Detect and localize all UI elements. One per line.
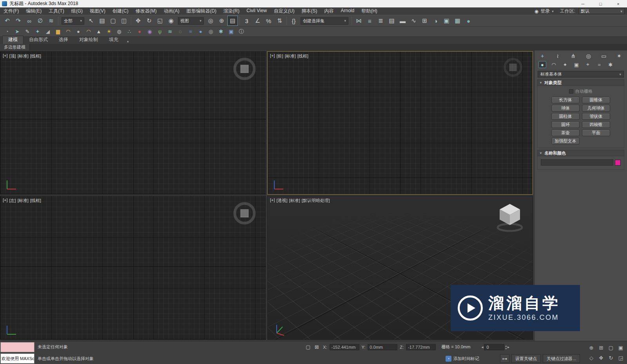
set-keys-icon-button[interactable]: ⊶ bbox=[500, 354, 509, 363]
viewport-pov-menu[interactable]: [透视] bbox=[277, 198, 288, 204]
shapes-category-icon[interactable]: ◠ bbox=[550, 61, 558, 68]
angle-snap-icon[interactable]: ∠ bbox=[252, 16, 263, 26]
viewport-style-menu[interactable]: [标准] bbox=[285, 53, 296, 59]
align-icon[interactable]: ≡ bbox=[364, 16, 375, 26]
viewport-shading-menu[interactable]: [线框] bbox=[297, 53, 308, 59]
zoom-all-icon[interactable]: ⊞ bbox=[596, 343, 606, 353]
primitive-category-dropdown[interactable]: 标准基本体 ▾ bbox=[538, 71, 624, 77]
cylinder-button[interactable]: 圆柱体 bbox=[551, 113, 580, 120]
ribbon-tab-object-paint[interactable]: 对象绘制 bbox=[74, 36, 103, 44]
viewport-general-menu[interactable]: [+] bbox=[3, 53, 8, 59]
utilities-tab-icon[interactable]: ✶ bbox=[615, 52, 623, 59]
viewport-shading-menu[interactable]: [线框] bbox=[30, 53, 41, 59]
menu-item-group[interactable]: 组(G) bbox=[68, 8, 86, 14]
maxscript-mini-listener[interactable] bbox=[0, 342, 34, 352]
object-name-input[interactable] bbox=[541, 159, 613, 166]
menu-item-modifiers[interactable]: 修改器(M) bbox=[132, 8, 160, 14]
sign-in-button[interactable]: ◉ 登录 ▾ bbox=[531, 8, 557, 14]
select-and-scale-icon[interactable]: ◱ bbox=[155, 16, 165, 26]
key-filters-button[interactable]: 关键点过滤器... bbox=[543, 354, 580, 363]
blue-sphere-icon[interactable]: ● bbox=[196, 27, 205, 36]
frame-number-field[interactable]: 0 bbox=[484, 344, 504, 350]
spacewarps-category-icon[interactable]: ≈ bbox=[595, 61, 603, 68]
z-coordinate-field[interactable]: -17.772mm bbox=[406, 344, 436, 350]
name-color-rollout-header[interactable]: ▼ 名称和颜色 bbox=[537, 150, 624, 156]
viewport-style-menu[interactable]: [标准] bbox=[18, 198, 29, 204]
modify-tab-icon[interactable]: ≀ bbox=[554, 52, 562, 59]
viewport-pov-menu[interactable]: [左] bbox=[9, 198, 16, 204]
sphere-tool-icon[interactable]: ● bbox=[74, 27, 83, 36]
geosphere-button[interactable]: 几何球体 bbox=[582, 105, 610, 112]
schematic-view-icon[interactable]: ⊞ bbox=[419, 16, 430, 26]
ring-tool-icon[interactable]: ◎ bbox=[206, 27, 216, 36]
ribbon-minimize-icon[interactable]: ▴ bbox=[124, 39, 132, 44]
menu-item-edit[interactable]: 编辑(E) bbox=[22, 8, 45, 14]
add-time-tag-button[interactable]: ◔ 添加时间标记 bbox=[446, 356, 479, 362]
star-tool-icon[interactable]: ✦ bbox=[33, 27, 42, 36]
viewport-shading-menu[interactable]: [线框] bbox=[30, 198, 41, 204]
x-coordinate-field[interactable]: -152.441mm bbox=[330, 344, 359, 350]
next-frame-icon[interactable]: ▸ bbox=[507, 345, 509, 349]
pick-tool-icon[interactable]: ➤ bbox=[13, 27, 22, 36]
viewport-shading-menu[interactable]: [默认明暗处理] bbox=[302, 198, 330, 204]
ribbon-tab-modeling[interactable]: 建模 bbox=[2, 36, 24, 44]
geometry-category-icon[interactable]: ● bbox=[538, 61, 546, 68]
sphere-button[interactable]: 球体 bbox=[551, 105, 580, 112]
ribbon-tab-freeform[interactable]: 自由形式 bbox=[24, 36, 53, 44]
menu-item-views[interactable]: 视图(V) bbox=[86, 8, 109, 14]
maximize-button[interactable]: □ bbox=[592, 0, 609, 7]
wedge-tool-icon[interactable]: ◢ bbox=[43, 27, 53, 36]
menu-item-graph-editors[interactable]: 图形编辑器(D) bbox=[183, 8, 220, 14]
sun-icon[interactable]: ☀ bbox=[104, 27, 114, 36]
menu-item-rendering[interactable]: 渲染(R) bbox=[220, 8, 243, 14]
menu-item-help[interactable]: 帮助(H) bbox=[358, 8, 381, 14]
water-icon[interactable]: ≈ bbox=[186, 27, 195, 36]
textplus-button[interactable]: 加强型文本 bbox=[551, 138, 580, 144]
previous-frame-icon[interactable]: ◂ bbox=[481, 345, 483, 349]
unlink-selection-icon[interactable]: ∅ bbox=[35, 16, 45, 26]
cone-button[interactable]: 圆锥体 bbox=[582, 97, 610, 103]
select-and-move-icon[interactable]: ✥ bbox=[133, 16, 143, 26]
maxscript-listener-output[interactable]: 欢迎使用 MAXScript bbox=[0, 353, 34, 364]
viewport-general-menu[interactable]: [+] bbox=[3, 198, 8, 204]
view-cube[interactable] bbox=[502, 56, 524, 78]
menu-item-animation[interactable]: 动画(A) bbox=[160, 8, 183, 14]
undo-icon[interactable]: ↶ bbox=[2, 16, 13, 26]
pencil-icon[interactable]: ✎ bbox=[23, 27, 32, 36]
ribbon-tab-populate[interactable]: 填充 bbox=[103, 36, 124, 44]
motion-tab-icon[interactable]: ◎ bbox=[585, 52, 593, 59]
red-sphere-icon[interactable]: ● bbox=[135, 27, 144, 36]
y-coordinate-field[interactable]: 0.0mm bbox=[368, 344, 397, 350]
spinner-snap-icon[interactable]: ⇅ bbox=[274, 16, 285, 26]
viewport-front-active[interactable]: [+][前][标准][线框] bbox=[267, 51, 533, 195]
viewport-pov-menu[interactable]: [前] bbox=[277, 53, 283, 59]
view-cube[interactable] bbox=[232, 201, 257, 226]
hierarchy-tab-icon[interactable]: ⋔ bbox=[569, 52, 577, 59]
menu-item-tools[interactable]: 工具(T) bbox=[45, 8, 67, 14]
curve-editor-icon[interactable]: ∿ bbox=[408, 16, 419, 26]
reference-coordinate-dropdown[interactable]: 视图 ▾ bbox=[178, 17, 204, 25]
rendered-frame-icon[interactable]: ▦ bbox=[452, 16, 463, 26]
field-of-view-icon[interactable]: ◇ bbox=[587, 353, 596, 363]
create-tab-icon[interactable]: + bbox=[538, 52, 546, 59]
menu-item-scripting[interactable]: 脚本(S) bbox=[298, 8, 321, 14]
menu-item-file[interactable]: 文件(F) bbox=[0, 8, 22, 14]
viewport-style-menu[interactable]: [标准] bbox=[289, 198, 300, 204]
isolate-selection-icon[interactable]: ▢ bbox=[304, 343, 312, 351]
viewport-pov-menu[interactable]: [顶] bbox=[9, 53, 16, 59]
menu-item-arnold[interactable]: Arnold bbox=[337, 8, 358, 14]
maximize-viewport-icon[interactable]: ◲ bbox=[616, 353, 625, 363]
viewport-style-menu[interactable]: [标准] bbox=[18, 53, 29, 59]
render-setup-icon[interactable]: ▣ bbox=[441, 16, 452, 26]
orbit-icon[interactable]: ↻ bbox=[606, 353, 616, 363]
gear-icon[interactable]: ✱ bbox=[216, 27, 226, 36]
ribbon-tab-selection[interactable]: 选择 bbox=[53, 36, 74, 44]
edit-named-selection-sets-icon[interactable]: {} bbox=[288, 16, 299, 26]
pan-icon[interactable]: ✥ bbox=[596, 353, 606, 363]
info-icon[interactable]: ⓘ bbox=[237, 27, 246, 36]
render-production-icon[interactable]: ● bbox=[463, 16, 474, 26]
systems-category-icon[interactable]: ✱ bbox=[607, 61, 614, 68]
object-type-rollout-header[interactable]: ▼ 对象类型 bbox=[537, 79, 624, 86]
select-and-place-icon[interactable]: ◉ bbox=[166, 16, 176, 26]
zoom-extents-icon[interactable]: ▢ bbox=[606, 343, 616, 353]
